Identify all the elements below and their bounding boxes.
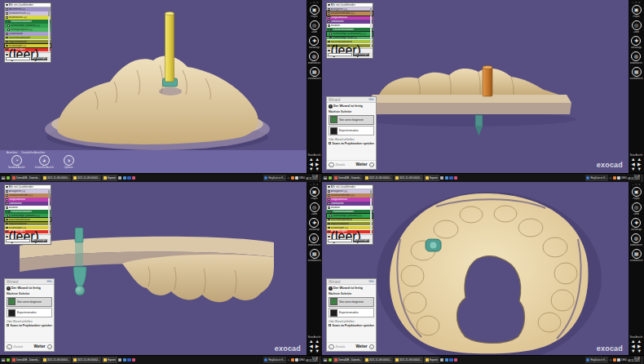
layer-row[interactable]: Implantatbasen	[327, 222, 373, 226]
next-button[interactable]: Weiter	[356, 344, 368, 348]
clock[interactable]: 11:0808.11.2021	[628, 357, 640, 363]
tools-icon[interactable]: ✚	[309, 36, 319, 46]
quick-launch-icon[interactable]	[329, 176, 333, 180]
layer-checkbox[interactable]	[6, 45, 8, 47]
pinned-app-icon[interactable]	[449, 176, 453, 180]
layer-checkbox[interactable]	[6, 49, 8, 51]
layer-checkbox[interactable]	[328, 194, 330, 197]
layer-checkbox[interactable]	[6, 190, 8, 193]
taskbar-window-button[interactable]: DentalDB - Datenb...	[333, 175, 363, 182]
clock[interactable]: 11:0808.11.2021	[306, 175, 318, 181]
layer-row[interactable]: Zahnstumpf (Sektion) (1)	[5, 214, 51, 218]
tray-icon[interactable]	[617, 176, 620, 180]
next-arrow-icon[interactable]: →	[369, 344, 375, 350]
layer-checkbox[interactable]	[328, 8, 330, 11]
wizard-help-link[interactable]: Hilfe	[369, 280, 374, 283]
quick-launch-icon[interactable]	[7, 176, 11, 180]
show-all-button[interactable]: Alle anzeigen	[353, 239, 369, 243]
layer-checkbox[interactable]	[328, 202, 330, 205]
layer-checkbox[interactable]	[6, 33, 8, 35]
sidebar-tool[interactable]: ▦Schnittansicht	[629, 67, 642, 80]
layer-row[interactable]: Situationsscan (1)	[5, 11, 51, 16]
tooth-view-icon[interactable]: ◑	[64, 155, 74, 166]
layer-row[interactable]: Unbekannt	[5, 202, 51, 206]
layer-row[interactable]: Unbekannt	[327, 202, 373, 206]
show-all-button[interactable]: Alle anzeigen	[31, 239, 47, 243]
taskbar-window-button[interactable]: 2021-11-08-00002...	[72, 175, 101, 182]
layer-row[interactable]: Situationsmodell (1)	[327, 193, 373, 198]
taskbar-window-button[interactable]: 2021-11-08-00001...	[42, 175, 71, 182]
sidebar-tool[interactable]: ◍Modellansicht	[630, 233, 643, 246]
layer-checkbox[interactable]	[8, 211, 11, 213]
tray-reg-button[interactable]: RegData in K...	[585, 175, 608, 182]
scrollbar-thumb[interactable]	[48, 8, 50, 16]
taskbar-window-button[interactable]: 2021-11-08-00002...	[394, 357, 423, 364]
layer-row[interactable]: Implantatbasen	[5, 222, 51, 226]
layer-checkbox[interactable]	[6, 8, 8, 11]
view-tool-button[interactable]: ◕Zusätzliche Ansicht	[35, 155, 54, 169]
wizard-help-link[interactable]: Hilfe	[369, 98, 374, 101]
scrollbar-thumb[interactable]	[48, 190, 50, 198]
sidebar-tool[interactable]: ▣Projekt	[310, 5, 320, 18]
scrollbar-thumb[interactable]	[370, 190, 372, 198]
layer-row[interactable]: +Rekonstruktionen	[5, 210, 51, 214]
tools-icon[interactable]: ✚	[631, 36, 641, 46]
layer-checkbox[interactable]	[328, 16, 330, 19]
expand-icon[interactable]: +	[6, 211, 7, 213]
layer-row[interactable]: Gingivamaske	[5, 198, 51, 202]
window-button[interactable]: ✕	[316, 2, 318, 4]
tray-reg-button[interactable]: RegData in K...	[263, 357, 286, 364]
view-tool-button[interactable]: ◔Standard-Ansicht	[8, 155, 25, 169]
start-button[interactable]: ⊞	[324, 175, 328, 180]
mesh-view-icon[interactable]: ▦	[632, 249, 642, 259]
window-button[interactable]: ▢	[313, 2, 315, 4]
layer-row[interactable]: Unbekannt	[327, 20, 373, 24]
sidebar-tool[interactable]: ▦Schnittansicht	[629, 249, 642, 262]
back-button[interactable]: Zurück	[336, 163, 346, 166]
wizard-option-button[interactable]: Von vorne beginnen	[7, 297, 52, 307]
quick-launch-icon[interactable]	[7, 358, 11, 362]
language-indicator[interactable]: DEU	[621, 176, 626, 180]
model-view-icon[interactable]: ◍	[631, 233, 641, 243]
sidebar-tool[interactable]: ✚Werkzeuge	[631, 218, 642, 231]
pinned-app-icon[interactable]	[123, 358, 127, 362]
pinned-app-icon[interactable]	[454, 358, 458, 362]
layer-checkbox[interactable]	[328, 24, 330, 27]
zoom-icon[interactable]: ◎	[632, 20, 642, 30]
footer-checkbox[interactable]	[6, 54, 8, 56]
layer-checkbox[interactable]	[329, 33, 332, 35]
save-checkbox[interactable]	[7, 324, 9, 326]
sidebar-tool[interactable]: ▣Projekt	[632, 5, 642, 18]
show-desktop-button[interactable]	[320, 175, 321, 182]
sidebar-tool[interactable]: ▣Projekt	[310, 187, 320, 200]
select-all-checkbox[interactable]	[328, 186, 330, 189]
layer-row[interactable]: +Rekonstruktionen	[327, 210, 373, 214]
layer-row[interactable]: Emergenzprofil (1)	[5, 28, 51, 32]
layer-row[interactable]: Situationsmodell (1)	[327, 11, 373, 16]
back-button[interactable]: Zurück	[336, 345, 346, 348]
layer-checkbox[interactable]	[328, 219, 330, 221]
tray-icon[interactable]	[295, 176, 298, 180]
taskbar-window-button[interactable]: 2021-11-08-00001...	[42, 357, 71, 364]
save-checkbox[interactable]	[329, 324, 331, 326]
mesh-view-icon[interactable]: ▦	[310, 249, 320, 259]
layer-checkbox[interactable]	[329, 215, 332, 217]
tray-expand-icon[interactable]: ᨈ	[610, 358, 612, 362]
expand-icon[interactable]: +	[328, 211, 329, 213]
taskbar-window-button[interactable]: Exports	[102, 175, 117, 182]
taskbar-window-button[interactable]: 2021-11-08-00001...	[364, 175, 393, 182]
sidebar-tool[interactable]: ✚Werkzeuge	[309, 218, 320, 231]
layer-checkbox[interactable]	[6, 223, 8, 225]
pinned-app-icon[interactable]	[454, 176, 458, 180]
layer-checkbox[interactable]	[6, 194, 8, 197]
viewport-top-left[interactable]: Alle ein-/ausblendenAbutments (1)Situati…	[0, 0, 322, 182]
back-arrow-icon[interactable]: ←	[7, 344, 12, 350]
nav-arrow-icon[interactable]: ▼	[308, 349, 314, 354]
nav-arrow-icon[interactable]: ▼	[315, 349, 320, 354]
tray-icon[interactable]	[295, 358, 298, 362]
clock[interactable]: 11:0808.11.2021	[628, 175, 640, 181]
view-tab[interactable]: Ansichten	[7, 151, 17, 154]
pinned-app-icon[interactable]	[445, 358, 449, 362]
layer-checkbox[interactable]	[7, 215, 10, 217]
layer-checkbox[interactable]	[328, 41, 330, 43]
